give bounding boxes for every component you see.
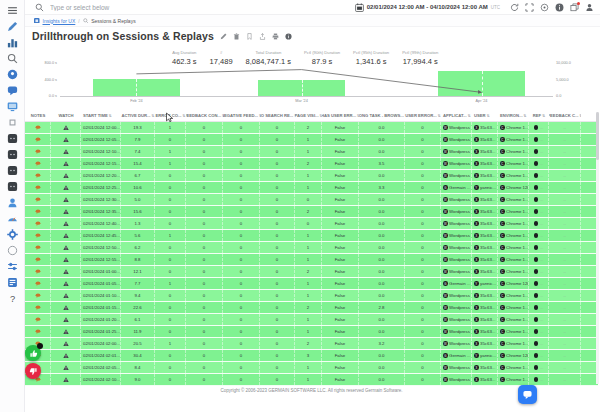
warning-icon[interactable] [63,329,69,335]
info-button[interactable] [555,3,564,12]
note-icon[interactable] [35,137,41,143]
note-icon[interactable] [35,317,41,323]
title-info-button[interactable] [285,33,292,40]
table-row[interactable]: 02/01/2024 12:30...5.000000False0.00WWor… [25,194,598,206]
date-range-picker[interactable]: 02/01/2024 12:00 AM - 04/10/2024 12:00 A… [355,3,500,12]
chat-icon[interactable] [6,84,18,96]
note-icon[interactable] [35,233,41,239]
warning-icon[interactable] [63,125,69,131]
delete-button[interactable] [233,33,240,40]
warning-icon[interactable] [63,341,69,347]
sliders-icon[interactable] [6,260,18,272]
warning-icon[interactable] [63,209,69,215]
table-row[interactable]: 02/01/2024 02:00...20.510002False3.20WWo… [25,338,598,350]
table-row[interactable]: 02/01/2024 12:40...1.300000False0.00WWor… [25,218,598,230]
note-icon[interactable] [35,305,41,311]
bookmark-button[interactable] [246,33,253,40]
warning-icon[interactable] [63,137,69,143]
note-icon[interactable] [35,209,41,215]
warning-icon[interactable] [63,149,69,155]
note-icon[interactable] [35,161,41,167]
table-row[interactable]: 02/01/2024 02:10...9.000001False0.00WWor… [25,374,598,386]
column-header-err[interactable]: ERROR CO...⇅ [155,113,186,118]
table-row[interactable]: 02/01/2024 12:45...5.610001False0.00WWor… [25,230,598,242]
column-header-user[interactable]: USER⇅ [472,113,498,118]
note-icon[interactable] [35,149,41,155]
column-header-app[interactable]: APPLICAT...⇅ [441,113,472,118]
app-icon[interactable] [6,180,18,192]
table-row[interactable]: 02/01/2024 01:15...22.600002False2.80WWo… [25,302,598,314]
note-icon[interactable] [35,185,41,191]
table-row[interactable]: 02/01/2024 01:20...6.100001False0.00WWor… [25,314,598,326]
table-row[interactable]: 02/01/2024 12:10...7.410001False0.00WWor… [25,146,598,158]
table-row[interactable]: 02/01/2024 12:00...19.310002False0.00WWo… [25,122,598,134]
table-row[interactable]: 02/01/2024 12:25...10.600001False3.30GGe… [25,182,598,194]
export-button[interactable] [259,33,266,40]
column-header-neg[interactable]: NEGATIVE FEED...⇅ [223,113,260,118]
windows-button[interactable] [570,3,579,12]
column-header-fbc[interactable]: FEEDBACK C...⇅ [549,113,581,118]
user-account-button[interactable] [585,3,594,12]
menu-icon[interactable] [6,4,18,16]
note-icon[interactable] [35,257,41,263]
note-icon[interactable] [35,293,41,299]
fullscreen-button[interactable] [525,3,534,12]
table-row[interactable]: 02/01/2024 12:50...6.200001False0.00WWor… [25,242,598,254]
warning-icon[interactable] [63,197,69,203]
note-icon[interactable] [35,245,41,251]
table-row[interactable]: 02/01/2024 02:05...8.400001False0.00WWor… [25,362,598,374]
table-row[interactable]: 02/01/2024 12:35...15.600002False0.00WWo… [25,206,598,218]
warning-icon[interactable] [63,377,69,383]
vertical-scrollbar[interactable] [596,112,599,384]
print-button[interactable] [272,33,279,40]
note-icon[interactable] [35,221,41,227]
column-header-env[interactable]: ENVIRON...⇅ [498,113,529,118]
column-header-ref[interactable]: REF⇅ [529,113,549,118]
breadcrumb-root-link[interactable]: Insights for UX [43,18,76,24]
warning-icon[interactable] [63,365,69,371]
table-row[interactable]: 02/01/2024 01:25...11.900001False0.00WWo… [25,326,598,338]
refresh-button[interactable] [510,3,519,12]
column-header-active[interactable]: ACTIVE DUR...⇅ [121,113,155,118]
column-header-time[interactable]: START TIME⇅ [81,113,121,118]
warning-icon[interactable] [63,293,69,299]
warning-icon[interactable] [63,281,69,287]
warning-icon[interactable] [63,233,69,239]
thumbs-up-button[interactable] [25,345,41,361]
thumbs-down-button[interactable] [25,363,41,379]
search-icon[interactable] [6,52,18,64]
warning-icon[interactable] [63,185,69,191]
app-icon[interactable] [6,132,18,144]
column-header-nosr[interactable]: NO SEARCH RE...⇅ [260,113,295,118]
mini-icon[interactable] [6,116,18,128]
board-icon[interactable] [6,276,18,288]
warning-icon[interactable] [63,257,69,263]
screen-icon[interactable] [6,100,18,112]
note-icon[interactable] [35,125,41,131]
bar-Feb '24[interactable] [93,79,180,96]
table-row[interactable]: 02/01/2024 12:15...15.410002False3.50WWo… [25,158,598,170]
pin-icon[interactable] [6,68,18,80]
table-row[interactable]: 02/01/2024 01:05...7.710001False0.00GGer… [25,278,598,290]
warning-icon[interactable] [63,305,69,311]
warning-icon[interactable] [63,353,69,359]
table-row[interactable]: 02/01/2024 12:05...7.900001False0.00WWor… [25,134,598,146]
table-row[interactable]: 02/01/2024 01:10...9.400001False0.00WWor… [25,290,598,302]
warning-icon[interactable] [63,173,69,179]
column-header-fb[interactable]: FEEDBACK CON...⇅ [186,113,223,118]
app-icon[interactable] [6,148,18,160]
note-icon[interactable] [35,173,41,179]
chart-icon[interactable] [6,36,18,48]
table-row[interactable]: 02/01/2024 02:01...30.400003False0.00GGe… [25,350,598,362]
record-button[interactable] [540,3,549,12]
warning-icon[interactable] [63,245,69,251]
warning-icon[interactable] [63,161,69,167]
warning-icon[interactable] [63,269,69,275]
column-header-uerr[interactable]: USER ERROR...⇅ [405,113,441,118]
edit-icon[interactable] [6,20,18,32]
table-row[interactable]: 02/01/2024 12:20...6.700001False0.00WWor… [25,170,598,182]
column-header-long[interactable]: LONG TASK - BROWS...⇅ [359,113,405,118]
app-icon[interactable] [6,164,18,176]
gear-icon[interactable] [6,228,18,240]
gauge-icon[interactable] [6,212,18,224]
